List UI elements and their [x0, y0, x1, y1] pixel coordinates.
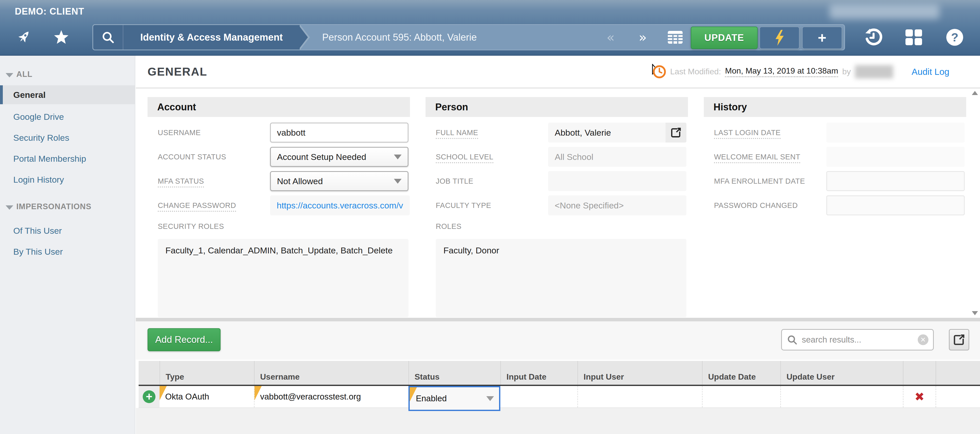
chevron-down-icon — [394, 155, 401, 160]
account-status-label: ACCOUNT STATUS — [158, 153, 270, 161]
roles-label: ROLES — [436, 222, 461, 231]
favorites-button[interactable] — [51, 24, 72, 50]
column-input-user[interactable]: Input User — [578, 361, 702, 385]
sidebar: ALL General Google Drive Security Roles … — [0, 56, 135, 434]
username-label: USERNAME — [158, 129, 270, 137]
unsaved-change-icon — [410, 387, 417, 402]
results-list-button[interactable] — [664, 24, 687, 50]
audit-log-link[interactable]: Audit Log — [912, 67, 949, 77]
last-modified-meta: Last Modified: Mon, May 13, 2019 at 10:3… — [653, 56, 949, 88]
scroll-down-arrow[interactable] — [972, 311, 978, 315]
column-input-date[interactable]: Input Date — [500, 361, 578, 385]
column-spacer — [935, 361, 980, 385]
security-roles-field[interactable]: Faculty_1, Calendar_ADMIN, Batch_Update,… — [158, 239, 409, 317]
table-grid-icon — [668, 31, 682, 44]
column-delete — [903, 361, 935, 385]
delete-row-icon[interactable]: ✖ — [915, 390, 924, 404]
previous-record-button[interactable]: « — [600, 24, 621, 50]
add-row-icon[interactable]: + — [143, 390, 156, 403]
job-title-label: JOB TITLE — [436, 177, 548, 185]
history-panel: History LAST LOGIN DATE WELCOME EMAIL SE… — [704, 97, 966, 317]
star-icon — [53, 29, 70, 45]
change-password-label: CHANGE PASSWORD — [158, 201, 270, 210]
update-date-cell[interactable] — [702, 386, 780, 407]
help-icon: ? — [946, 28, 964, 46]
sidebar-section-impersonations[interactable]: IMPERSONATIONS — [0, 200, 135, 213]
page-header: GENERAL Last Modified: Mon, May 13, 2019… — [136, 56, 980, 88]
quick-actions-button[interactable] — [759, 27, 800, 49]
apps-menu-button[interactable] — [900, 24, 928, 50]
add-record-button[interactable]: Add Record... — [148, 328, 221, 351]
sidebar-item-login-history[interactable]: Login History — [0, 170, 135, 189]
lightning-icon — [775, 30, 785, 46]
quick-launch-button[interactable] — [15, 24, 33, 50]
sidebar-item-by-this-user[interactable]: By This User — [0, 242, 135, 261]
scroll-up-arrow[interactable] — [972, 91, 978, 95]
sidebar-section-all[interactable]: ALL — [0, 68, 135, 81]
chevron-down-icon — [6, 73, 13, 77]
input-user-cell[interactable] — [578, 386, 702, 407]
mfa-enrollment-date-field — [826, 171, 965, 191]
search-button[interactable] — [93, 25, 123, 49]
topbar: DEMO: CLIENT — [0, 0, 980, 56]
status-select[interactable]: Enabled — [409, 386, 500, 411]
school-level-field: All School — [548, 147, 686, 167]
help-button[interactable]: ? — [941, 24, 969, 50]
by-label: by — [842, 67, 851, 77]
add-new-button[interactable]: + — [802, 27, 842, 49]
status-cell: Enabled — [409, 386, 500, 407]
welcome-email-sent-field — [826, 147, 965, 167]
column-username[interactable]: Username — [254, 361, 409, 385]
username-input[interactable] — [270, 123, 409, 142]
column-update-user[interactable]: Update User — [780, 361, 903, 385]
open-results-button[interactable] — [949, 329, 969, 351]
type-cell[interactable]: Okta OAuth — [159, 386, 254, 407]
faculty-type-field: <None Specified> — [548, 195, 686, 215]
section-divider — [136, 318, 980, 321]
clear-search-icon[interactable]: ✕ — [918, 334, 928, 345]
welcome-email-sent-label: WELCOME EMAIL SENT — [714, 153, 826, 161]
app-window: DEMO: CLIENT — [0, 0, 980, 434]
sidebar-item-of-this-user[interactable]: Of This User — [0, 221, 135, 240]
last-login-date-label: LAST LOGIN DATE — [714, 129, 826, 137]
rocket-icon — [16, 29, 32, 45]
sidebar-item-general[interactable]: General — [0, 85, 135, 104]
recent-history-button[interactable] — [859, 24, 887, 50]
column-add — [138, 361, 159, 385]
breadcrumb-record: Person Account 595: Abbott, Valerie — [322, 24, 477, 50]
mfa-status-select[interactable]: Not Allowed — [270, 171, 409, 191]
svg-text:?: ? — [951, 31, 959, 44]
account-panel-title: Account — [148, 97, 410, 117]
column-update-date[interactable]: Update Date — [702, 361, 780, 385]
environment-label: DEMO: CLIENT — [15, 6, 84, 17]
column-type[interactable]: Type — [159, 361, 254, 385]
change-password-field: https://accounts.veracross.com/v — [270, 195, 410, 215]
external-link-icon — [953, 333, 965, 346]
search-icon — [101, 30, 115, 45]
faculty-type-label: FACULTY TYPE — [436, 201, 548, 210]
unsaved-change-icon — [159, 386, 167, 400]
last-modified-value[interactable]: Mon, May 13, 2019 at 10:38am — [725, 66, 838, 77]
input-date-cell[interactable] — [500, 386, 578, 407]
next-record-button[interactable]: » — [633, 24, 653, 50]
open-person-record-button[interactable] — [665, 123, 686, 142]
sidebar-item-security-roles[interactable]: Security Roles — [0, 128, 135, 147]
update-user-cell[interactable] — [780, 386, 903, 407]
breadcrumb-module[interactable]: Identity & Access Management — [123, 32, 300, 43]
roles-field[interactable]: Faculty, Donor — [436, 239, 686, 317]
column-status[interactable]: Status — [409, 361, 500, 385]
change-password-link[interactable]: https://accounts.veracross.com/v — [277, 201, 403, 211]
sidebar-item-portal-membership[interactable]: Portal Membership — [0, 149, 135, 168]
account-status-select[interactable]: Account Setup Needed — [270, 147, 409, 167]
search-results-input[interactable] — [801, 335, 914, 345]
search-icon — [786, 334, 798, 345]
records-footer-area — [136, 408, 980, 434]
update-button[interactable]: UPDATE — [691, 27, 758, 49]
breadcrumb-module-segment: Identity & Access Management — [92, 24, 301, 50]
history-clock-icon — [864, 28, 882, 46]
chevron-down-icon — [486, 396, 494, 401]
page-title: GENERAL — [148, 56, 207, 88]
sidebar-item-google-drive[interactable]: Google Drive — [0, 107, 135, 126]
chevron-down-icon — [394, 179, 401, 183]
username-cell[interactable]: vabbott@veracrosstest.org — [254, 386, 409, 407]
